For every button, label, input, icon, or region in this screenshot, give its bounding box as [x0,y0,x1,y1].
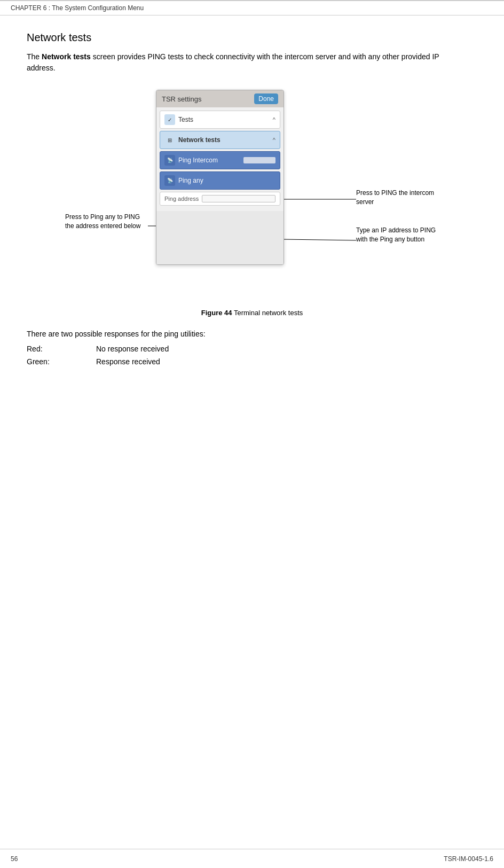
tests-label: Tests [178,116,193,123]
section-title: Network tests [27,32,477,44]
svg-line-2 [284,239,356,240]
ping-intercom-label: Ping Intercom [178,157,218,164]
network-tests-caret: ^ [273,137,275,143]
network-tests-label: Network tests [178,136,220,144]
ping-any-label: Ping any [178,177,203,184]
response-red-label: Red: [27,345,96,353]
figure-caption: Figure 44 Terminal network tests [27,309,477,317]
device-spacer [156,211,284,264]
response-green-row: Green: Response received [27,357,477,366]
ping-intercom-indicator [243,157,275,163]
figure-caption-bold: Figure 44 [201,309,232,317]
tests-caret: ^ [273,116,275,123]
chapter-header-text: CHAPTER 6 : The System Configuration Men… [11,4,144,12]
tests-icon: ✓ [164,114,175,125]
footer-doc-id: TSR-IM-0045-1.6 [444,855,493,863]
device-mockup: TSR settings Done ✓ Tests ^ [156,90,284,265]
ping-any-row[interactable]: 📡 Ping any [160,171,280,190]
network-tests-menu-row[interactable]: ⊞ Network tests ^ [160,131,280,149]
page-footer: 56 TSR-IM-0045-1.6 [0,849,504,868]
device-header-bar: TSR settings Done [156,90,284,107]
responses-intro: There are two possible responses for the… [27,330,477,338]
ping-address-label: Ping address [164,196,199,202]
right-annotation-text-1: Press to PING the intercom server [356,189,434,206]
response-red-value: No response received [96,345,169,353]
description-paragraph: The Network tests screen provides PING t… [27,51,464,74]
footer-page-number: 56 [11,855,18,863]
chapter-header: CHAPTER 6 : The System Configuration Men… [0,1,504,15]
ping-any-icon: 📡 [164,175,175,186]
ping-intercom-icon: 📡 [164,155,175,166]
device-header-label: TSR settings [162,95,201,103]
right-annotation-ping-intercom: Press to PING the intercom server [356,189,439,207]
left-annotation-ping-any: Press to Ping any to PING the address en… [65,213,148,231]
response-red-row: Red: No response received [27,345,477,353]
left-annotation-text: Press to Ping any to PING the address en… [65,213,140,230]
desc-text-1: The [27,52,42,61]
response-green-value: Response received [96,357,160,366]
tests-row-left: ✓ Tests [164,114,193,125]
ping-intercom-row[interactable]: 📡 Ping Intercom [160,151,280,169]
desc-bold: Network tests [42,52,91,61]
responses-section: There are two possible responses for the… [27,330,477,366]
device-screen: TSR settings Done ✓ Tests ^ [156,90,284,265]
right-annotation-type-ip: Type an IP address to PING with the Ping… [356,226,439,244]
device-body: ✓ Tests ^ ⊞ Network tests ^ [156,107,284,211]
done-button[interactable]: Done [254,93,278,104]
network-tests-icon: ⊞ [164,135,175,145]
response-green-label: Green: [27,357,96,366]
figure-scene: TSR settings Done ✓ Tests ^ [65,90,439,303]
main-content: Network tests The Network tests screen p… [0,15,504,396]
figure-caption-text: Terminal network tests [232,309,303,317]
network-tests-row-left: ⊞ Network tests [164,135,220,145]
tests-menu-row[interactable]: ✓ Tests ^ [160,111,280,129]
ping-address-row: Ping address [160,192,280,206]
ping-address-input[interactable] [202,195,275,202]
right-annotation-text-2: Type an IP address to PING with the Ping… [356,226,436,243]
